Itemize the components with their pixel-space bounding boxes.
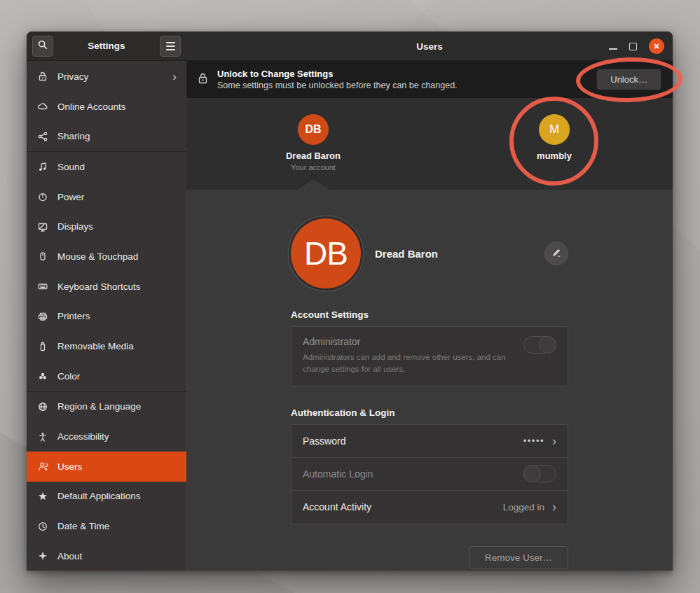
sidebar-item-displays[interactable]: Displays — [27, 211, 186, 242]
sidebar-item-mouse-touchpad[interactable]: Mouse & Touchpad — [27, 242, 186, 272]
sidebar-title: Settings — [53, 41, 160, 51]
close-icon: × — [654, 41, 659, 51]
minimize-button[interactable] — [609, 48, 617, 50]
administrator-label: Administrator — [303, 336, 556, 347]
sidebar-header: Settings — [27, 32, 186, 61]
page-title: Users — [186, 32, 673, 61]
account-activity-row[interactable]: Account Activity Logged in › — [291, 491, 568, 524]
sidebar-list: Privacy › Online Accounts Sharing Sound … — [27, 61, 186, 571]
sidebar-item-privacy[interactable]: Privacy › — [27, 62, 186, 92]
sidebar-item-sharing[interactable]: Sharing — [27, 121, 186, 151]
cloud-icon — [36, 101, 48, 113]
settings-window: Settings Privacy › Online Accounts Shari… — [27, 32, 673, 571]
sound-icon — [36, 161, 48, 173]
globe-icon — [36, 400, 48, 412]
password-row[interactable]: Password ••••• › — [291, 425, 568, 458]
unlock-button[interactable]: Unlock… — [596, 69, 661, 90]
automatic-login-toggle[interactable] — [523, 465, 556, 482]
avatar: DB — [298, 114, 329, 145]
pencil-icon — [551, 247, 562, 260]
administrator-toggle[interactable] — [523, 336, 556, 354]
toggle-knob — [539, 336, 556, 354]
sidebar: Settings Privacy › Online Accounts Shari… — [27, 32, 186, 571]
automatic-login-label: Automatic Login — [303, 468, 373, 480]
automatic-login-row: Automatic Login — [291, 458, 568, 491]
maximize-button[interactable] — [629, 43, 637, 50]
banner-subtitle: Some settings must be unlocked before th… — [217, 81, 458, 90]
user-detail-panel: DB Dread Baron Account Settings Administ… — [186, 190, 673, 571]
users-icon — [36, 461, 48, 473]
lock-icon — [36, 71, 48, 83]
carousel-user-dread-baron[interactable]: DB Dread Baron Your account — [286, 114, 341, 172]
sparkle-icon — [36, 550, 48, 562]
printer-icon — [36, 310, 48, 322]
clock-icon — [36, 520, 48, 532]
mouse-icon — [36, 251, 48, 263]
close-button[interactable]: × — [649, 39, 664, 54]
share-icon — [36, 130, 48, 142]
chevron-right-icon: › — [172, 71, 177, 83]
toggle-knob — [523, 465, 541, 482]
carousel-user-mumbly[interactable]: M mumbly — [537, 114, 572, 161]
avatar: M — [539, 114, 570, 145]
lock-icon — [198, 72, 208, 87]
administrator-row: Administrator Administrators can add and… — [291, 327, 568, 386]
sidebar-item-sound[interactable]: Sound — [27, 152, 186, 182]
search-button[interactable] — [32, 36, 53, 57]
profile-row: DB Dread Baron — [291, 218, 568, 288]
sidebar-item-color[interactable]: Color — [27, 361, 186, 391]
selected-user-pointer — [297, 179, 329, 190]
account-activity-label: Account Activity — [303, 501, 371, 512]
window-controls: × — [609, 32, 664, 61]
keyboard-icon — [36, 281, 48, 293]
authentication-card: Password ••••• › Automatic Login Acco — [291, 424, 568, 524]
user-name: Dread Baron — [286, 151, 341, 161]
search-icon — [37, 39, 48, 53]
administrator-description: Administrators can add and remove other … — [303, 351, 516, 376]
sidebar-item-accessibility[interactable]: Accessibility — [27, 421, 186, 452]
unlock-banner: Unlock to Change Settings Some settings … — [186, 61, 673, 98]
sidebar-item-online-accounts[interactable]: Online Accounts — [27, 92, 186, 122]
sidebar-item-date-time[interactable]: Date & Time — [27, 511, 186, 541]
sidebar-item-keyboard-shortcuts[interactable]: Keyboard Shortcuts — [27, 272, 186, 302]
banner-title: Unlock to Change Settings — [217, 69, 458, 79]
star-icon — [36, 490, 48, 502]
removable-media-icon — [36, 340, 48, 352]
chevron-right-icon: › — [552, 501, 556, 513]
remove-user-row: Remove User… — [291, 546, 568, 569]
user-carousel: DB Dread Baron Your account M mumbly — [186, 98, 673, 190]
sidebar-item-about[interactable]: About — [27, 541, 186, 571]
accessibility-icon — [36, 431, 48, 442]
sidebar-item-region-language[interactable]: Region & Language — [27, 392, 186, 422]
password-label: Password — [303, 435, 345, 447]
remove-user-button[interactable]: Remove User… — [469, 546, 568, 569]
account-settings-card: Administrator Administrators can add and… — [291, 326, 568, 386]
banner-text: Unlock to Change Settings Some settings … — [217, 69, 458, 90]
sidebar-item-printers[interactable]: Printers — [27, 302, 186, 332]
password-dots: ••••• — [523, 435, 544, 446]
sidebar-item-default-applications[interactable]: Default Applications — [27, 482, 186, 512]
user-subtitle: Your account — [291, 163, 336, 172]
color-icon — [36, 370, 48, 382]
avatar[interactable]: DB — [291, 218, 361, 288]
hamburger-icon — [166, 42, 175, 50]
menu-button[interactable] — [160, 36, 181, 57]
headerbar: Users × — [186, 32, 673, 61]
account-settings-heading: Account Settings — [291, 309, 568, 320]
display-icon — [36, 221, 48, 232]
power-icon — [36, 191, 48, 203]
users-panel: Users × Unlock to Change Settings Some s… — [186, 32, 673, 571]
profile-name: Dread Baron — [375, 248, 438, 260]
chevron-right-icon: › — [552, 435, 556, 447]
sidebar-item-removable-media[interactable]: Removable Media — [27, 331, 186, 361]
edit-name-button[interactable] — [544, 242, 568, 265]
user-name: mumbly — [537, 151, 572, 161]
sidebar-item-power[interactable]: Power — [27, 182, 186, 212]
authentication-login-heading: Authentication & Login — [291, 407, 568, 418]
sidebar-item-users[interactable]: Users — [27, 452, 186, 482]
account-activity-value: Logged in — [503, 502, 544, 512]
